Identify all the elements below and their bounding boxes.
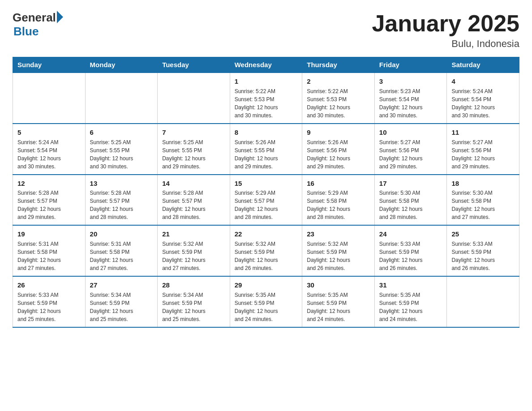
day-number: 24 (379, 229, 442, 239)
day-info: Sunrise: 5:28 AMSunset: 5:57 PMDaylight:… (17, 189, 81, 221)
calendar-cell: 19Sunrise: 5:31 AMSunset: 5:58 PMDayligh… (13, 225, 86, 276)
calendar-cell: 21Sunrise: 5:32 AMSunset: 5:59 PMDayligh… (158, 225, 230, 276)
calendar-title: January 2025 (372, 11, 519, 36)
calendar-cell: 23Sunrise: 5:32 AMSunset: 5:59 PMDayligh… (302, 225, 375, 276)
calendar-week-row: 12Sunrise: 5:28 AMSunset: 5:57 PMDayligh… (13, 175, 519, 226)
day-number: 4 (451, 77, 515, 86)
calendar-cell: 6Sunrise: 5:25 AMSunset: 5:55 PMDaylight… (85, 124, 158, 175)
day-number: 6 (90, 128, 153, 137)
calendar-cell: 26Sunrise: 5:33 AMSunset: 5:59 PMDayligh… (13, 276, 86, 327)
day-info: Sunrise: 5:31 AMSunset: 5:58 PMDaylight:… (17, 240, 81, 272)
day-number: 12 (17, 179, 81, 188)
calendar-week-row: 19Sunrise: 5:31 AMSunset: 5:58 PMDayligh… (13, 225, 519, 276)
calendar-cell: 15Sunrise: 5:29 AMSunset: 5:57 PMDayligh… (230, 175, 302, 226)
calendar-cell (158, 73, 230, 124)
title-area: January 2025 Bulu, Indonesia (372, 11, 519, 50)
day-info: Sunrise: 5:28 AMSunset: 5:57 PMDaylight:… (90, 189, 153, 221)
calendar-week-row: 5Sunrise: 5:24 AMSunset: 5:54 PMDaylight… (13, 124, 519, 175)
calendar-day-header: Thursday (302, 57, 375, 73)
calendar-cell: 25Sunrise: 5:33 AMSunset: 5:59 PMDayligh… (447, 225, 519, 276)
day-number: 2 (307, 77, 370, 86)
calendar-cell: 29Sunrise: 5:35 AMSunset: 5:59 PMDayligh… (230, 276, 302, 327)
day-info: Sunrise: 5:32 AMSunset: 5:59 PMDaylight:… (235, 240, 298, 272)
day-info: Sunrise: 5:31 AMSunset: 5:58 PMDaylight:… (90, 240, 153, 272)
calendar-cell: 8Sunrise: 5:26 AMSunset: 5:55 PMDaylight… (230, 124, 302, 175)
day-info: Sunrise: 5:35 AMSunset: 5:59 PMDaylight:… (379, 291, 442, 323)
day-number: 15 (235, 179, 298, 188)
day-info: Sunrise: 5:24 AMSunset: 5:54 PMDaylight:… (17, 138, 81, 171)
calendar-cell: 14Sunrise: 5:28 AMSunset: 5:57 PMDayligh… (158, 175, 230, 226)
calendar-header-row: SundayMondayTuesdayWednesdayThursdayFrid… (13, 57, 519, 73)
day-number: 16 (307, 179, 370, 188)
day-number: 18 (451, 179, 515, 188)
day-number: 1 (235, 77, 298, 86)
day-number: 31 (379, 280, 442, 290)
calendar-cell: 16Sunrise: 5:29 AMSunset: 5:58 PMDayligh… (302, 175, 375, 226)
calendar-day-header: Friday (374, 57, 447, 73)
calendar-day-header: Monday (85, 57, 158, 73)
day-number: 28 (162, 280, 225, 290)
day-info: Sunrise: 5:26 AMSunset: 5:55 PMDaylight:… (235, 138, 298, 171)
logo-blue-text: Blue (13, 25, 63, 39)
day-info: Sunrise: 5:34 AMSunset: 5:59 PMDaylight:… (90, 291, 153, 323)
calendar-cell: 1Sunrise: 5:22 AMSunset: 5:53 PMDaylight… (230, 73, 302, 124)
day-info: Sunrise: 5:22 AMSunset: 5:53 PMDaylight:… (307, 87, 370, 120)
calendar-cell: 27Sunrise: 5:34 AMSunset: 5:59 PMDayligh… (85, 276, 158, 327)
calendar-cell: 18Sunrise: 5:30 AMSunset: 5:58 PMDayligh… (447, 175, 519, 226)
day-number: 13 (90, 179, 153, 188)
day-number: 30 (307, 280, 370, 290)
day-info: Sunrise: 5:33 AMSunset: 5:59 PMDaylight:… (451, 240, 515, 272)
day-info: Sunrise: 5:34 AMSunset: 5:59 PMDaylight:… (162, 291, 225, 323)
day-number: 7 (162, 128, 225, 137)
day-number: 5 (17, 128, 81, 137)
calendar-cell: 20Sunrise: 5:31 AMSunset: 5:58 PMDayligh… (85, 225, 158, 276)
day-number: 25 (451, 229, 515, 239)
day-info: Sunrise: 5:22 AMSunset: 5:53 PMDaylight:… (235, 87, 298, 120)
calendar-cell: 30Sunrise: 5:35 AMSunset: 5:59 PMDayligh… (302, 276, 375, 327)
day-info: Sunrise: 5:24 AMSunset: 5:54 PMDaylight:… (451, 87, 515, 120)
calendar-cell: 3Sunrise: 5:23 AMSunset: 5:54 PMDaylight… (374, 73, 447, 124)
day-info: Sunrise: 5:30 AMSunset: 5:58 PMDaylight:… (379, 189, 442, 221)
calendar-table: SundayMondayTuesdayWednesdayThursdayFrid… (13, 57, 519, 328)
calendar-cell: 13Sunrise: 5:28 AMSunset: 5:57 PMDayligh… (85, 175, 158, 226)
day-number: 17 (379, 179, 442, 188)
day-info: Sunrise: 5:28 AMSunset: 5:57 PMDaylight:… (162, 189, 225, 221)
calendar-cell (13, 73, 86, 124)
calendar-day-header: Saturday (447, 57, 519, 73)
day-info: Sunrise: 5:29 AMSunset: 5:58 PMDaylight:… (307, 189, 370, 221)
day-number: 14 (162, 179, 225, 188)
page-header: General Blue January 2025 Bulu, Indonesi… (13, 11, 519, 50)
day-info: Sunrise: 5:26 AMSunset: 5:56 PMDaylight:… (307, 138, 370, 171)
calendar-subtitle: Bulu, Indonesia (372, 38, 519, 50)
day-number: 29 (235, 280, 298, 290)
calendar-day-header: Sunday (13, 57, 86, 73)
day-info: Sunrise: 5:33 AMSunset: 5:59 PMDaylight:… (17, 291, 81, 323)
calendar-cell: 7Sunrise: 5:25 AMSunset: 5:55 PMDaylight… (158, 124, 230, 175)
calendar-cell: 4Sunrise: 5:24 AMSunset: 5:54 PMDaylight… (447, 73, 519, 124)
day-number: 9 (307, 128, 370, 137)
calendar-cell: 24Sunrise: 5:33 AMSunset: 5:59 PMDayligh… (374, 225, 447, 276)
calendar-week-row: 1Sunrise: 5:22 AMSunset: 5:53 PMDaylight… (13, 73, 519, 124)
day-number: 20 (90, 229, 153, 239)
calendar-cell: 10Sunrise: 5:27 AMSunset: 5:56 PMDayligh… (374, 124, 447, 175)
day-info: Sunrise: 5:30 AMSunset: 5:58 PMDaylight:… (451, 189, 515, 221)
calendar-cell: 5Sunrise: 5:24 AMSunset: 5:54 PMDaylight… (13, 124, 86, 175)
logo-arrow-icon (57, 11, 63, 23)
day-info: Sunrise: 5:32 AMSunset: 5:59 PMDaylight:… (307, 240, 370, 272)
day-number: 22 (235, 229, 298, 239)
calendar-cell: 17Sunrise: 5:30 AMSunset: 5:58 PMDayligh… (374, 175, 447, 226)
calendar-cell (85, 73, 158, 124)
day-number: 8 (235, 128, 298, 137)
day-info: Sunrise: 5:29 AMSunset: 5:57 PMDaylight:… (235, 189, 298, 221)
calendar-cell: 11Sunrise: 5:27 AMSunset: 5:56 PMDayligh… (447, 124, 519, 175)
calendar-day-header: Tuesday (158, 57, 230, 73)
day-info: Sunrise: 5:27 AMSunset: 5:56 PMDaylight:… (379, 138, 442, 171)
calendar-cell (447, 276, 519, 327)
calendar-cell: 22Sunrise: 5:32 AMSunset: 5:59 PMDayligh… (230, 225, 302, 276)
day-info: Sunrise: 5:25 AMSunset: 5:55 PMDaylight:… (162, 138, 225, 171)
day-number: 3 (379, 77, 442, 86)
day-number: 11 (451, 128, 515, 137)
day-info: Sunrise: 5:23 AMSunset: 5:54 PMDaylight:… (379, 87, 442, 120)
calendar-cell: 2Sunrise: 5:22 AMSunset: 5:53 PMDaylight… (302, 73, 375, 124)
day-info: Sunrise: 5:32 AMSunset: 5:59 PMDaylight:… (162, 240, 225, 272)
